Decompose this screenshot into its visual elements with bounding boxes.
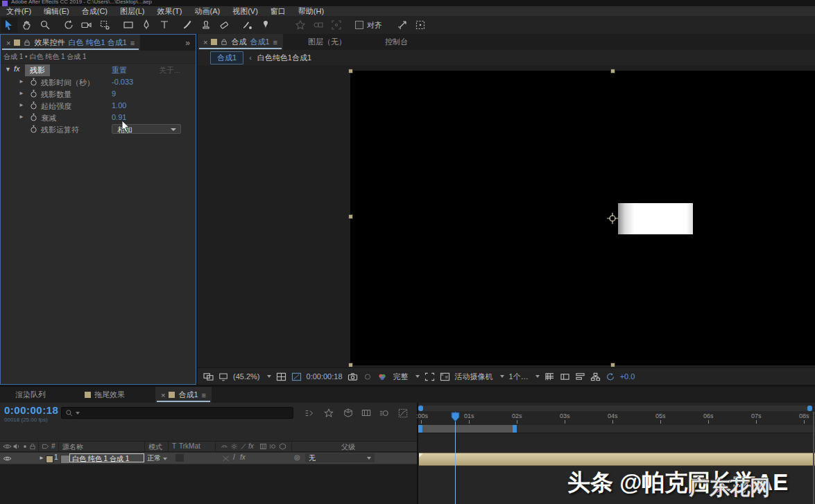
rectangle-tool-button[interactable] xyxy=(120,17,137,33)
chevron-down-icon[interactable] xyxy=(500,375,504,378)
comp-mini-flowchart-button[interactable] xyxy=(303,408,316,419)
resolution-select[interactable]: 完整 xyxy=(393,372,409,382)
stopwatch-icon[interactable] xyxy=(29,89,38,98)
layer-mode-dropdown[interactable]: 正常 xyxy=(147,453,173,462)
menu-layer[interactable]: 图层(L) xyxy=(114,6,151,16)
console-tab[interactable]: 控制台 xyxy=(379,34,413,50)
graph-editor-button[interactable] xyxy=(397,408,409,419)
composition-viewport[interactable] xyxy=(198,65,815,367)
expand-property-icon[interactable]: ► xyxy=(19,90,24,96)
property-value[interactable]: -0.033 xyxy=(112,78,133,86)
exposure-value[interactable]: +0.0 xyxy=(620,372,635,381)
channel-rgba-icon[interactable] xyxy=(377,372,388,381)
menu-view[interactable]: 视图(V) xyxy=(226,6,264,16)
camera-view-select[interactable]: 活动摄像机 xyxy=(455,372,493,382)
timeline-button-icon[interactable] xyxy=(575,372,585,381)
stopwatch-icon[interactable] xyxy=(29,125,38,134)
layer-quality-slash-icon[interactable]: / xyxy=(233,453,235,461)
stopwatch-icon[interactable] xyxy=(29,101,38,110)
safe-margins-icon[interactable] xyxy=(276,372,286,381)
search-input[interactable] xyxy=(80,408,277,418)
composition-tab[interactable]: × 合成 合成1 ≡ xyxy=(198,34,283,50)
zoom-tool-button[interactable] xyxy=(37,17,53,33)
frame-blending-button[interactable] xyxy=(360,408,372,419)
type-tool-button[interactable] xyxy=(156,17,173,33)
trkmat-column-header[interactable]: TrkMat xyxy=(179,442,200,450)
playhead-handle[interactable] xyxy=(451,412,460,422)
layer-duration-bar[interactable] xyxy=(419,453,815,466)
layer-handle-bottom-center[interactable] xyxy=(610,363,615,367)
comp-nav-path[interactable]: 白色纯色1合成1 xyxy=(257,53,311,63)
camera-tool-button[interactable] xyxy=(78,17,95,33)
comp-nav-back-icon[interactable]: ‹ xyxy=(249,53,252,62)
view-region-button[interactable] xyxy=(412,17,429,33)
layer-tab[interactable]: 图层（无） xyxy=(302,34,352,50)
snapshot-camera-icon[interactable] xyxy=(348,372,358,381)
brush-tool-button[interactable] xyxy=(180,17,196,33)
effect-about-link[interactable]: 关于... xyxy=(159,65,180,76)
panel-menu-icon[interactable]: ≡ xyxy=(273,38,277,46)
draft-3d-button[interactable] xyxy=(342,408,354,419)
motion-blur-button[interactable] xyxy=(378,408,391,419)
effect-reset-link[interactable]: 重置 xyxy=(112,65,127,76)
work-area-bar[interactable] xyxy=(418,425,517,433)
stopwatch-icon[interactable] xyxy=(29,113,38,122)
layer-handle-top-center[interactable] xyxy=(610,69,615,73)
property-value[interactable]: 9 xyxy=(112,89,116,98)
render-queue-tab[interactable]: 渲染队列 xyxy=(10,387,51,403)
expand-property-icon[interactable]: ► xyxy=(19,78,24,85)
time-ruler[interactable]: :00s 01s 02s 03s 04s 05s 06s 07s 08s xyxy=(418,412,815,426)
tab-overflow-icon[interactable]: » xyxy=(185,38,190,48)
expand-effect-icon[interactable]: ▼ xyxy=(5,66,11,73)
trkmat-cell[interactable] xyxy=(175,454,184,462)
menu-animation[interactable]: 动画(A) xyxy=(189,6,227,16)
layer-row[interactable]: ► 1 白色 纯色 1 合成 1 正常 / fx ◎ 无 xyxy=(0,453,417,464)
work-area-end-handle[interactable] xyxy=(513,425,517,433)
composition-frame[interactable] xyxy=(350,71,815,365)
transparency-grid-icon[interactable] xyxy=(440,372,450,381)
show-snapshot-icon[interactable] xyxy=(363,372,372,381)
mask-visibility-icon[interactable] xyxy=(291,372,302,381)
pan-behind-tool-button[interactable] xyxy=(96,17,113,33)
close-tab-icon[interactable]: × xyxy=(6,39,10,47)
clone-stamp-tool-button[interactable] xyxy=(198,17,214,33)
white-solid-layer[interactable] xyxy=(618,203,693,234)
panel-menu-icon[interactable]: ≡ xyxy=(202,391,206,399)
mode-column-header[interactable]: 模式 xyxy=(148,442,162,452)
roto-brush-tool-button[interactable] xyxy=(239,17,256,33)
live-update-button[interactable] xyxy=(323,408,335,419)
layer-visibility-icon[interactable] xyxy=(3,455,12,462)
hand-tool-button[interactable] xyxy=(19,17,35,33)
parent-dropdown[interactable]: 无 xyxy=(305,453,375,462)
axis-mode-button[interactable] xyxy=(394,17,411,33)
close-tab-icon[interactable]: × xyxy=(203,38,207,46)
align-toggle[interactable]: 对齐 xyxy=(355,20,382,31)
property-value[interactable]: 1.00 xyxy=(112,101,126,110)
menu-file[interactable]: 文件(F) xyxy=(0,6,37,16)
reset-exposure-icon[interactable] xyxy=(606,372,615,381)
region-of-interest-icon[interactable] xyxy=(424,372,435,381)
grid-guides-icon[interactable] xyxy=(544,372,555,381)
menu-help[interactable]: 帮助(H) xyxy=(292,6,330,16)
panel-menu-icon[interactable]: ≡ xyxy=(130,39,135,47)
menu-edit[interactable]: 编辑(E) xyxy=(37,6,76,16)
align-checkbox[interactable] xyxy=(355,21,363,29)
anchor-point-icon[interactable] xyxy=(607,213,618,224)
pixel-aspect-icon[interactable] xyxy=(560,372,570,381)
parent-pickwhip-icon[interactable]: ◎ xyxy=(294,453,300,461)
dual-monitor-icon[interactable] xyxy=(203,372,214,381)
pen-tool-button[interactable] xyxy=(138,17,155,33)
time-navigator[interactable] xyxy=(418,406,812,411)
selection-tool-button[interactable] xyxy=(1,17,17,33)
view-layout-select[interactable]: 1个… xyxy=(509,372,529,382)
layer-quality-icon[interactable] xyxy=(222,455,230,462)
navigator-end-handle[interactable] xyxy=(807,406,812,411)
source-name-column-header[interactable]: 源名称 xyxy=(62,442,83,452)
layer-handle-bottom-left[interactable] xyxy=(348,363,353,367)
timeline-search-box[interactable] xyxy=(61,407,293,419)
layer-label-swatch[interactable] xyxy=(46,455,53,463)
eraser-tool-button[interactable] xyxy=(216,17,232,33)
fx-badge-icon[interactable]: fx xyxy=(14,64,20,73)
effect-name[interactable]: 残影 xyxy=(25,64,50,76)
monitor-icon[interactable] xyxy=(218,372,228,381)
